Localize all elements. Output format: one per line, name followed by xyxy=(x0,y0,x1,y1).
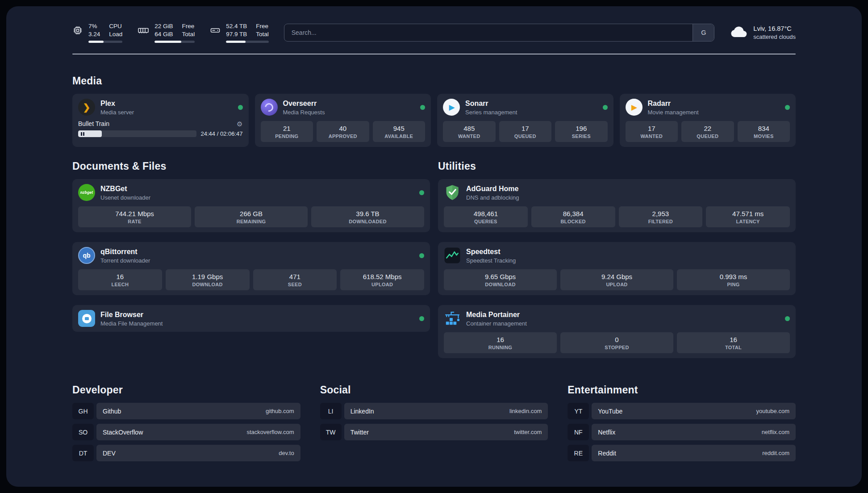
bookmark-netflix[interactable]: NF Netflix netflix.com xyxy=(568,424,796,440)
stat-latency: 47.571 ms LATENCY xyxy=(706,206,790,227)
stat-value: 2,953 xyxy=(621,210,701,217)
cpu-label-bottom: Load xyxy=(109,30,122,38)
card-speedtest: Speedtest Speedtest Tracking 9.65 Gbps D… xyxy=(438,242,796,295)
stat-label: SEED xyxy=(255,282,335,287)
stat-total: 16 TOTAL xyxy=(677,332,790,353)
bookmark-name: Twitter xyxy=(351,429,369,436)
bookmark-linkedin[interactable]: LI LinkedIn linkedin.com xyxy=(320,403,548,419)
stat-value: 0 xyxy=(562,336,672,343)
memory-widget: 22 GiB 64 GiB Free Total xyxy=(138,22,195,43)
qbittorrent-title: qBittorrent xyxy=(100,247,150,256)
sonarr-status-dot xyxy=(603,105,608,110)
memory-labels: Free Total xyxy=(182,22,195,38)
bookmark-stackoverflow[interactable]: SO StackOverflow stackoverflow.com xyxy=(72,424,300,440)
stat-wanted: 485 WANTED xyxy=(443,121,496,142)
bookmark-domain: stackoverflow.com xyxy=(246,429,294,435)
stat-label: PENDING xyxy=(263,134,312,139)
stat-value: 471 xyxy=(255,273,335,280)
stat-value: 485 xyxy=(445,125,494,132)
stat-label: TOTAL xyxy=(679,345,788,350)
memory-icon xyxy=(138,25,149,36)
cloud-icon xyxy=(730,25,747,40)
cpu-labels: CPU Load xyxy=(109,22,122,38)
plex-link[interactable]: ❯ Plex Media server xyxy=(78,99,243,116)
search-input[interactable] xyxy=(284,24,693,41)
adguard-subtitle: DNS and adblocking xyxy=(466,194,519,201)
section-title-media: Media xyxy=(72,75,796,87)
radarr-subtitle: Movie management xyxy=(648,109,699,116)
stat-value: 9.24 Gbps xyxy=(562,273,672,280)
filebrowser-link[interactable]: File Browser Media File Management xyxy=(78,310,424,327)
qbittorrent-status-dot xyxy=(419,253,424,258)
stat-download: 9.65 Gbps DOWNLOAD xyxy=(444,269,557,290)
stat-seed: 471 SEED xyxy=(253,269,337,290)
bookmark-reddit[interactable]: RE Reddit reddit.com xyxy=(568,445,796,461)
bookmark-youtube[interactable]: YT YouTube youtube.com xyxy=(568,403,796,419)
stat-label: DOWNLOAD xyxy=(167,282,248,287)
stat-wanted: 17 WANTED xyxy=(626,121,678,142)
pause-icon[interactable] xyxy=(81,132,84,136)
bookmark-domain: netflix.com xyxy=(762,429,789,435)
memory-label-bottom: Total xyxy=(182,30,195,38)
memory-progress-fill xyxy=(154,41,181,43)
bookmark-github[interactable]: GH Github github.com xyxy=(72,403,300,419)
search-provider-button[interactable]: G xyxy=(693,24,714,41)
stat-rate: 744.21 Mbps RATE xyxy=(78,206,191,227)
card-nzbget: nzbget NZBGet Usenet downloader 744.21 M… xyxy=(72,179,430,232)
stat-label: BLOCKED xyxy=(533,219,613,224)
nzbget-link[interactable]: nzbget NZBGet Usenet downloader xyxy=(78,184,424,201)
weather-widget: Lviv, 16.87°C scattered clouds xyxy=(730,25,796,41)
stat-label: MOVIES xyxy=(739,134,789,139)
stat-label: STOPPED xyxy=(562,345,672,350)
disk-label-bottom: Total xyxy=(256,30,269,38)
plex-subtitle: Media server xyxy=(100,109,134,116)
adguard-link[interactable]: AdGuard Home DNS and adblocking xyxy=(444,184,790,201)
overseerr-title: Overseerr xyxy=(283,99,325,108)
qbittorrent-icon: qb xyxy=(78,247,95,264)
stat-value: 618.52 Mbps xyxy=(342,273,422,280)
stat-label: LEECH xyxy=(80,282,160,287)
cpu-loadavg: 3.24 xyxy=(88,30,100,38)
adguard-icon xyxy=(444,184,461,201)
plex-playback-time: 24:44 / 02:06:47 xyxy=(201,130,243,137)
stat-pending: 21 PENDING xyxy=(261,121,313,142)
bookmark-twitter[interactable]: TW Twitter twitter.com xyxy=(320,424,548,440)
filebrowser-status-dot xyxy=(419,316,424,321)
sonarr-link[interactable]: ▶ Sonarr Series management xyxy=(443,99,608,116)
filebrowser-subtitle: Media File Management xyxy=(100,320,163,327)
card-sonarr: ▶ Sonarr Series management 485 WANTED 17 xyxy=(437,94,613,147)
disk-label-top: Free xyxy=(256,22,269,30)
radarr-icon: ▶ xyxy=(626,99,643,116)
qbittorrent-subtitle: Torrent downloader xyxy=(100,257,150,264)
bookmark-group-title: Social xyxy=(320,384,548,396)
speedtest-link[interactable]: Speedtest Speedtest Tracking xyxy=(444,247,790,264)
bookmark-abbr: RE xyxy=(568,445,589,461)
bookmark-dev[interactable]: DT DEV dev.to xyxy=(72,445,300,461)
portainer-link[interactable]: Media Portainer Container management xyxy=(444,310,790,327)
stat-label: WANTED xyxy=(627,134,676,139)
radarr-title: Radarr xyxy=(648,99,699,108)
radarr-link[interactable]: ▶ Radarr Movie management xyxy=(626,99,790,116)
nzbget-subtitle: Usenet downloader xyxy=(100,194,150,201)
top-bar: 7% 3.24 CPU Load xyxy=(72,22,796,43)
stat-label: AVAILABLE xyxy=(375,134,424,139)
overseerr-link[interactable]: Overseerr Media Requests xyxy=(261,99,426,116)
section-media: Media ❯ Plex Media server Bullet Train ⚙ xyxy=(72,75,796,147)
gear-icon[interactable]: ⚙ xyxy=(237,121,242,127)
stat-value: 834 xyxy=(739,125,789,132)
stat-value: 40 xyxy=(318,125,367,132)
card-qbittorrent: qb qBittorrent Torrent downloader 16 LEE… xyxy=(72,242,430,295)
qbittorrent-link[interactable]: qb qBittorrent Torrent downloader xyxy=(78,247,424,264)
stat-upload: 618.52 Mbps UPLOAD xyxy=(340,269,424,290)
bookmark-name: YouTube xyxy=(598,408,622,415)
bookmark-group-entertainment: Entertainment YT YouTube youtube.com NF … xyxy=(568,384,796,461)
cpu-progress-bar xyxy=(88,41,122,43)
memory-total: 64 GiB xyxy=(154,30,173,38)
adguard-title: AdGuard Home xyxy=(466,184,519,193)
bookmarks: Developer GH Github github.com SO StackO… xyxy=(72,384,796,461)
stat-label: UPLOAD xyxy=(562,282,672,287)
stat-value: 16 xyxy=(679,336,788,343)
stat-value: 266 GB xyxy=(196,210,306,217)
nzbget-status-dot xyxy=(419,190,424,195)
stat-movies: 834 MOVIES xyxy=(738,121,790,142)
